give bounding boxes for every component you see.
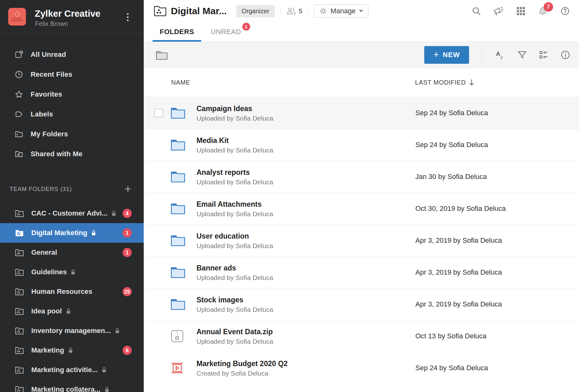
logo-text-line2: CREATIVES xyxy=(11,20,23,22)
sidebar-team-folder-digital-marketing[interactable]: Digital Marketing 1 xyxy=(0,223,144,243)
lock-icon xyxy=(105,387,109,392)
divider xyxy=(308,7,308,15)
sidebar-item-labels[interactable]: Labels xyxy=(0,104,144,124)
chevron-down-icon xyxy=(359,10,363,12)
help-icon[interactable] xyxy=(560,6,570,16)
sidebar-item-favorites[interactable]: Favorites xyxy=(0,84,144,104)
add-team-folder-button[interactable] xyxy=(124,185,132,194)
folder-icon xyxy=(171,107,185,119)
sidebar-item-label: Favorites xyxy=(31,90,62,98)
page-header: Digital Mar... Organizer 5 Manage xyxy=(144,0,579,22)
file-row-marketing-budget[interactable]: Marketing Budget 2020 Q2 Created by Sofi… xyxy=(144,352,579,384)
plus-icon: + xyxy=(433,50,439,59)
file-row-annual-event-data-zip[interactable]: Annual Event Data.zip Uploaded by Sofia … xyxy=(144,320,579,352)
tab-folders[interactable]: FOLDERS xyxy=(153,28,201,36)
unread-count-badge: 1 xyxy=(123,248,132,257)
new-button[interactable]: + NEW xyxy=(424,46,469,64)
file-row-stock-images[interactable]: Stock images Uploaded by Sofia Deluca Ap… xyxy=(144,288,579,320)
file-row-banner-ads[interactable]: Banner ads Uploaded by Sofia Deluca Apr … xyxy=(144,256,579,288)
file-name[interactable]: Email Attachments xyxy=(196,199,273,209)
search-icon[interactable] xyxy=(472,6,481,16)
clock-icon xyxy=(15,70,23,79)
lock-icon xyxy=(91,230,96,236)
sidebar-item-label: My Folders xyxy=(31,130,68,138)
sidebar-team-folder-human-resources[interactable]: Human Resources 25 xyxy=(0,282,144,301)
sidebar-team-folder-marketing-collateral[interactable]: Marketing collatera... xyxy=(0,380,144,392)
logo-diamond-icon xyxy=(14,11,20,17)
breadcrumb-root-folder-icon[interactable] xyxy=(156,50,168,60)
manage-button[interactable]: Manage xyxy=(314,4,368,18)
file-subtitle: Uploaded by Sofia Deluca xyxy=(196,209,273,219)
workspace-header: ZYLKER CREATIVES Zylker Creative Felix B… xyxy=(0,0,144,34)
divider xyxy=(280,7,281,15)
filter-funnel-icon[interactable] xyxy=(517,50,527,60)
workspace-logo[interactable]: ZYLKER CREATIVES xyxy=(8,8,26,26)
sort-az-icon[interactable]: A z xyxy=(495,50,505,60)
unread-count-badge: 1 xyxy=(123,229,132,238)
notifications-bell-icon[interactable]: 7 xyxy=(538,6,548,16)
column-header-last-modified[interactable]: LAST MODIFIED xyxy=(415,79,474,86)
lock-icon xyxy=(71,269,75,275)
file-row-user-education[interactable]: User education Uploaded by Sofia Deluca … xyxy=(144,224,579,256)
workspace-menu-kebab-icon[interactable] xyxy=(126,12,130,22)
sidebar-item-my-folders[interactable]: My Folders xyxy=(0,124,144,144)
file-row-media-kit[interactable]: Media Kit Uploaded by Sofia Deluca Sep 2… xyxy=(144,129,579,161)
team-folder-label: CAC - Customer Advi... xyxy=(31,209,107,217)
file-name[interactable]: Banner ads xyxy=(196,263,273,273)
file-subtitle: Uploaded by Sofia Deluca xyxy=(196,146,273,155)
file-name[interactable]: Magazine Ad 2020.pdf xyxy=(196,390,272,392)
sidebar-item-recent-files[interactable]: Recent Files xyxy=(0,64,144,84)
team-folder-label: Guidelines xyxy=(31,268,67,276)
last-modified: Apr 3, 2019 by Sofia Deluca xyxy=(415,268,502,276)
row-checkbox[interactable] xyxy=(154,109,163,117)
file-subtitle: Uploaded by Sofia Deluca xyxy=(196,114,273,123)
members-icon xyxy=(286,7,296,15)
sidebar-item-label: All Unread xyxy=(31,50,66,59)
info-icon[interactable] xyxy=(560,50,570,60)
last-modified: Sep 24 by Sofia Deluca xyxy=(415,109,488,117)
sidebar-item-label: Shared with Me xyxy=(31,150,82,158)
sidebar-team-folder-inventory[interactable]: Inventory managemen... xyxy=(0,321,144,341)
table-header: NAME LAST MODIFIED xyxy=(144,68,579,97)
members-button[interactable]: 5 xyxy=(286,7,303,15)
file-name[interactable]: Media Kit xyxy=(196,135,273,146)
sidebar: ZYLKER CREATIVES Zylker Creative Felix B… xyxy=(0,0,144,392)
team-folder-icon xyxy=(15,269,24,276)
file-row-email-attachments[interactable]: Email Attachments Uploaded by Sofia Delu… xyxy=(144,193,579,224)
sidebar-team-folder-general[interactable]: General 1 xyxy=(0,243,144,262)
tab-unread[interactable]: UNREAD 1 xyxy=(211,28,241,36)
sidebar-nav: All Unread Recent Files Favorites xyxy=(0,45,144,164)
file-row-magazine-ad[interactable]: Magazine Ad 2020.pdf xyxy=(144,384,579,392)
team-folder-label: General xyxy=(31,248,57,257)
list-view-icon[interactable] xyxy=(539,50,548,60)
toolbar-actions: + NEW A z xyxy=(424,42,570,68)
team-folder-label: Human Resources xyxy=(31,288,92,296)
file-name[interactable]: Marketing Budget 2020 Q2 xyxy=(196,359,288,369)
file-name[interactable]: Stock images xyxy=(196,295,273,305)
sidebar-team-folder-idea-pool[interactable]: Idea pool xyxy=(0,301,144,321)
file-name[interactable]: Annual Event Data.zip xyxy=(196,327,273,337)
sidebar-team-folder-cac[interactable]: CAC - Customer Advi... 4 xyxy=(0,204,144,223)
file-name[interactable]: Analyst reports xyxy=(196,167,273,177)
file-name[interactable]: Campaign Ideas xyxy=(196,104,273,114)
apps-grid-icon[interactable] xyxy=(516,7,525,15)
sidebar-team-folder-marketing-activities[interactable]: Marketing activitie... xyxy=(0,360,144,380)
team-folder-label: Idea pool xyxy=(31,307,62,315)
sidebar-item-label: Recent Files xyxy=(31,70,72,79)
sidebar-team-folder-marketing[interactable]: Marketing 6 xyxy=(0,341,144,360)
sidebar-item-all-unread[interactable]: All Unread xyxy=(0,45,144,64)
global-actions: 7 xyxy=(472,0,570,22)
file-row-campaign-ideas[interactable]: Campaign Ideas Uploaded by Sofia Deluca … xyxy=(144,97,579,129)
folder-icon xyxy=(171,235,185,246)
file-name[interactable]: User education xyxy=(196,231,273,241)
file-list: Campaign Ideas Uploaded by Sofia Deluca … xyxy=(144,97,579,392)
sidebar-team-folder-guidelines[interactable]: Guidelines xyxy=(0,262,144,282)
folder-dot-icon xyxy=(15,130,23,139)
column-header-name[interactable]: NAME xyxy=(171,79,190,86)
sidebar-item-shared-with-me[interactable]: Shared with Me xyxy=(0,144,144,164)
folder-icon xyxy=(171,299,185,310)
tab-bar: FOLDERS UNREAD 1 xyxy=(144,22,579,42)
announcement-megaphone-icon[interactable] xyxy=(493,6,504,16)
last-modified: Jan 30 by Sofia Deluca xyxy=(415,173,487,181)
file-row-analyst-reports[interactable]: Analyst reports Uploaded by Sofia Deluca… xyxy=(144,161,579,193)
